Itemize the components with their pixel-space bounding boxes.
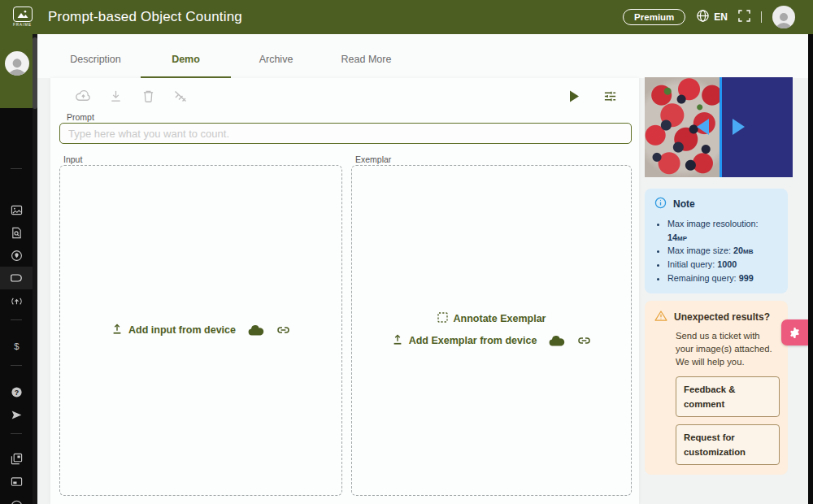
annotate-select-icon [437, 312, 448, 325]
compare-arrow-left-icon[interactable] [697, 119, 709, 135]
sidebar-divider [11, 365, 22, 366]
warning-icon [654, 310, 667, 324]
note-list: Max image resoloution: 14MP Max image si… [654, 217, 780, 285]
add-input-from-device[interactable]: Add input from device [111, 323, 236, 337]
note-item: Max image resoloution: 14MP [667, 217, 780, 244]
note-box: Note Max image resoloution: 14MP Max ima… [645, 189, 788, 293]
warning-title: Unexpected results? [674, 311, 770, 323]
settings-fab-gear-icon[interactable] [781, 319, 808, 345]
sidebar-avatar[interactable] [5, 51, 29, 76]
input-drop-zone[interactable]: Add input from device [59, 165, 342, 496]
main-content: Description Demo Archive Read More [37, 34, 808, 504]
request-customization-button[interactable]: Request for customization [676, 424, 780, 465]
prompt-label: Prompt [67, 112, 94, 122]
header-divider [761, 11, 762, 23]
compare-arrow-right-icon[interactable] [733, 119, 745, 135]
prompt-input[interactable] [59, 123, 632, 144]
globe-icon [696, 9, 710, 25]
cloud-source-icon[interactable] [548, 335, 566, 347]
sidebar-item-pricing[interactable]: $ [0, 335, 33, 358]
feedback-comment-button[interactable]: Feedback & comment [676, 376, 780, 417]
sidebar-item-broadcast[interactable] [0, 289, 33, 312]
sidebar-item-help[interactable]: ? [0, 380, 33, 403]
logo-image-icon [13, 7, 33, 22]
sidebar-item-tag[interactable] [0, 267, 33, 289]
sidebar-item-globe-marker[interactable] [0, 244, 33, 267]
demo-panel: Prompt Input Exemplar Add input from dev… [50, 78, 639, 504]
app-header: FRAIME Prompt-based Object Counting Prem… [0, 0, 813, 34]
sidebar-profile-area [0, 34, 33, 108]
sidebar-item-pages[interactable] [0, 447, 33, 470]
example-compare-image[interactable] [645, 77, 793, 177]
note-title: Note [673, 198, 695, 210]
link-source-icon[interactable] [276, 324, 290, 337]
exemplar-drop-zone[interactable]: Annotate Exemplar Add Exemplar from devi… [351, 165, 632, 496]
annotations-off-icon[interactable] [171, 86, 190, 106]
tab-description[interactable]: Description [50, 54, 141, 78]
upload-icon [392, 333, 403, 348]
add-exemplar-label: Add Exemplar from device [409, 335, 537, 346]
premium-badge[interactable]: Premium [623, 9, 685, 25]
info-icon [654, 197, 667, 211]
exemplar-zone-label: Exemplar [355, 154, 391, 164]
toolbar [73, 86, 190, 106]
app-logo[interactable]: FRAIME [11, 7, 33, 28]
logo-text: FRAIME [13, 23, 32, 27]
sidebar-scrollbar-thumb[interactable] [33, 37, 37, 109]
language-label: EN [714, 11, 728, 23]
run-play-button[interactable] [564, 86, 584, 106]
warning-body: Send us a ticket with your image(s) atta… [676, 329, 780, 369]
right-panel: Note Max image resoloution: 14MP Max ima… [645, 77, 793, 475]
sidebar-scrollbar[interactable] [33, 34, 37, 504]
sidebar-item-profile[interactable] [0, 493, 33, 504]
annotate-exemplar[interactable]: Annotate Exemplar [437, 312, 546, 325]
tab-read-more[interactable]: Read More [321, 54, 411, 78]
sidebar-divider [11, 168, 22, 169]
link-source-icon[interactable] [577, 334, 591, 347]
download-icon[interactable] [106, 86, 125, 106]
svg-text:?: ? [14, 388, 18, 396]
note-item: Initial query: 1000 [667, 258, 780, 272]
annotate-exemplar-label: Annotate Exemplar [454, 313, 546, 324]
language-switch[interactable]: EN [696, 9, 728, 25]
left-sidebar: $ ? [0, 34, 37, 504]
run-tools [564, 86, 620, 106]
sidebar-divider [11, 433, 22, 434]
svg-text:$: $ [14, 341, 20, 351]
upload-icon [111, 323, 123, 337]
sidebar-item-document[interactable] [0, 221, 33, 244]
sidebar-item-image[interactable] [0, 198, 33, 221]
input-zone-label: Input [63, 154, 82, 164]
warning-box: Unexpected results? Send us a ticket wit… [645, 301, 788, 475]
user-avatar[interactable] [772, 6, 795, 28]
fullscreen-icon[interactable] [738, 10, 750, 25]
sidebar-item-card[interactable] [0, 470, 33, 493]
sidebar-item-send[interactable] [0, 403, 33, 426]
add-exemplar-from-device[interactable]: Add Exemplar from device [392, 333, 537, 348]
tab-bar: Description Demo Archive Read More [37, 34, 808, 78]
settings-tune-icon[interactable] [600, 86, 620, 106]
compare-slider-handle[interactable] [720, 77, 722, 177]
tab-archive[interactable]: Archive [231, 54, 321, 78]
note-item: Max image size: 20MB [667, 244, 780, 258]
example-photo-berries [645, 77, 721, 177]
cloud-upload-icon[interactable] [73, 86, 93, 106]
tab-demo[interactable]: Demo [141, 54, 231, 78]
cloud-source-icon[interactable] [247, 324, 265, 337]
add-input-label: Add input from device [128, 324, 236, 336]
sidebar-divider [11, 319, 22, 320]
page-title: Prompt-based Object Counting [48, 9, 242, 25]
note-item: Remaining query: 999 [667, 272, 780, 285]
trash-icon[interactable] [138, 86, 158, 106]
page-scrollbar[interactable] [808, 34, 813, 504]
